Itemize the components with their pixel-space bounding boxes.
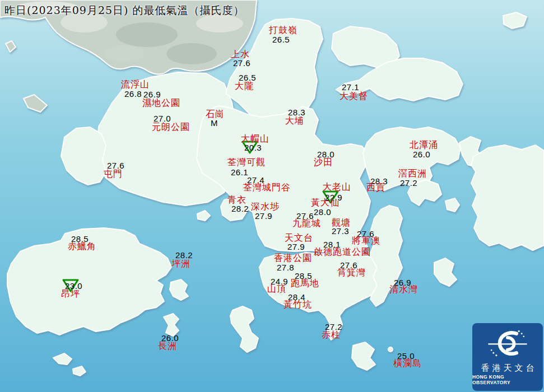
station-name: 黃大仙 <box>311 198 340 207</box>
station-name: 清水灣 <box>389 285 418 294</box>
station-name: 元朗公園 <box>152 123 190 132</box>
station-name: 山頂 <box>267 284 286 293</box>
station-name: 跑馬地 <box>291 279 319 288</box>
station-name: 昂坪 <box>61 290 80 298</box>
weather-map: 26.5打鼓嶺27.6上水26.5大隴26.8流浮山26.9濕地公園27.0元朗… <box>0 0 544 392</box>
page-title: 昨日(2023年09月25日) 的最低氣溫（攝氏度） <box>4 3 245 18</box>
station-value: 27.3 <box>332 227 349 235</box>
station-name: 赤柱 <box>322 330 341 339</box>
station-name: 上水 <box>231 50 250 59</box>
station-name: 九龍城 <box>292 219 321 228</box>
station-name: 沙田 <box>314 158 333 167</box>
station-name: 荃灣可觀 <box>227 158 266 167</box>
station-name: 赤鱲角 <box>68 242 96 251</box>
station-name: 黃竹坑 <box>283 300 312 309</box>
station-value: 27.6 <box>233 59 250 67</box>
station-value: 28.0 <box>314 208 331 216</box>
station-name: 打鼓嶺 <box>269 26 297 35</box>
hko-logo: 香港天文台 HONG KONG OBSERVATORY <box>472 323 543 391</box>
station-value: 26.1 <box>231 168 248 176</box>
station-value: 27.1 <box>342 83 359 91</box>
hko-swirl-icon <box>487 323 528 363</box>
station-name: 大美督 <box>340 92 368 101</box>
station-name: 筲箕灣 <box>337 268 366 277</box>
station-value: 26.8 <box>124 90 142 98</box>
station-value: M <box>211 119 218 127</box>
station-name: 天文台 <box>285 234 313 242</box>
landmass-mirs-bay-north <box>503 12 527 29</box>
station-name: 大帽山 <box>241 134 269 143</box>
station-name: 大老山 <box>323 183 351 192</box>
station-name: 橫瀾島 <box>393 359 422 368</box>
station-value: 28.2 <box>231 204 249 213</box>
station-value: 27.9 <box>287 242 305 251</box>
logo-english-text: HONG KONG OBSERVATORY <box>472 374 543 385</box>
station-name: 荃灣城門谷 <box>243 183 291 192</box>
station-name: 大隴 <box>235 82 254 91</box>
station-value: 27.8 <box>277 263 294 272</box>
station-name: 西貢 <box>366 183 385 192</box>
station-name: 坪洲 <box>171 259 190 268</box>
station-name: 長洲 <box>158 342 177 351</box>
station-value: 20.3 <box>244 143 262 152</box>
station-name: 北潭涌 <box>410 141 438 150</box>
station-name: 香港公園 <box>274 254 312 263</box>
station-value: 26.0 <box>413 150 430 158</box>
station-name: 青衣 <box>227 195 247 204</box>
station-name: 將軍澳 <box>352 236 380 245</box>
station-name: 滘西洲 <box>398 169 427 178</box>
station-name: 石崗 <box>206 110 225 119</box>
station-name: 屯門 <box>104 170 123 179</box>
station-name: 啟德跑道公園 <box>314 248 371 256</box>
logo-chinese-text: 香港天文台 <box>478 364 537 372</box>
station-name: 濕地公園 <box>142 99 180 108</box>
station-name: 觀塘 <box>332 218 351 227</box>
hong-kong-map <box>0 0 544 392</box>
island-waglan <box>388 347 393 352</box>
station-name: 深水埗 <box>251 202 280 211</box>
station-value: 26.5 <box>272 35 290 44</box>
station-name: 流浮山 <box>121 80 150 89</box>
station-name: 大埔 <box>285 116 304 125</box>
station-value: 27.2 <box>400 179 417 187</box>
landmass-east-coast-2 <box>471 145 544 250</box>
station-value: 27.9 <box>255 212 272 220</box>
